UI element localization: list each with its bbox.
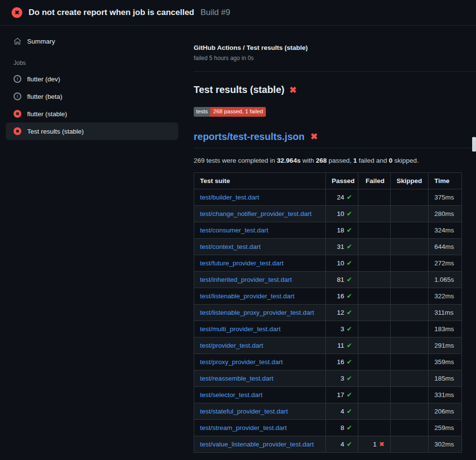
sidebar: Summary Jobs ! flutter (dev) ! flutter (… [0, 26, 184, 140]
suite-link[interactable]: test/selector_test.dart [200, 391, 262, 399]
summary-text: skipped. [393, 157, 419, 164]
sidebar-item-flutter-beta[interactable]: ! flutter (beta) [6, 88, 178, 105]
sidebar-item-test-results-stable[interactable]: ✖ Test results (stable) [6, 123, 178, 140]
failed-cell [358, 205, 391, 222]
summary-text: failed and [357, 157, 389, 164]
count: 81 [337, 276, 344, 283]
scrollbar-thumb[interactable] [472, 137, 476, 152]
suite-link[interactable]: test/proxy_provider_test.dart [200, 358, 283, 366]
time-cell: 183ms [429, 321, 462, 337]
tests-badge: tests 268 passed, 1 failed [194, 107, 266, 117]
passed-cell: 3✔ [326, 370, 358, 386]
count: 1 [373, 441, 377, 448]
suite-link[interactable]: test/provider_test.dart [200, 342, 263, 349]
failed-cell [358, 238, 391, 255]
check-icon: ✔ [347, 325, 352, 333]
badge-label: tests [194, 107, 210, 117]
count: 18 [337, 227, 344, 234]
time-cell: 359ms [429, 353, 462, 370]
passed-cell: 16✔ [326, 288, 358, 304]
report-file-link[interactable]: reports/test-results.json [194, 131, 305, 142]
passed-cell: 81✔ [326, 271, 358, 288]
suite-link[interactable]: test/stateful_provider_test.dart [200, 408, 288, 415]
passed-cell: 18✔ [326, 222, 358, 238]
suite-link[interactable]: test/consumer_test.dart [200, 227, 268, 234]
count: 16 [337, 358, 344, 366]
column-header-test-suite: Test suite [194, 172, 326, 189]
skipped-cell [391, 353, 429, 370]
check-icon: ✔ [347, 424, 352, 431]
suite-link[interactable]: test/stream_provider_test.dart [200, 424, 287, 431]
table-row: test/context_test.dart31✔644ms [194, 238, 462, 255]
breadcrumb: GitHub Actions / Test results (stable) [194, 44, 461, 51]
neutral-status-icon: ! [14, 92, 21, 100]
summary-sentence: 269 tests were completed in 32.964s with… [194, 157, 461, 164]
failed-cell [358, 419, 391, 436]
failed-cell [358, 189, 391, 205]
suite-link[interactable]: test/listenable_provider_test.dart [200, 292, 294, 300]
passed-cell: 12✔ [326, 304, 358, 321]
time-cell: 324ms [429, 222, 462, 238]
sidebar-item-summary[interactable]: Summary [6, 32, 178, 50]
home-icon [14, 37, 21, 45]
skipped-cell [391, 189, 429, 205]
time-cell: 1.065s [429, 271, 462, 288]
table-row: test/consumer_test.dart18✔324ms [194, 222, 462, 238]
table-row: test/selector_test.dart17✔331ms [194, 386, 462, 403]
failed-cell [358, 304, 391, 321]
failed-x-icon: ✖ [310, 132, 318, 141]
count: 4 [340, 408, 344, 415]
count: 3 [340, 375, 344, 382]
suite-link[interactable]: test/value_listenable_provider_test.dart [200, 441, 314, 448]
failed-cell [358, 386, 391, 403]
suite-link[interactable]: test/builder_test.dart [200, 194, 259, 201]
check-icon: ✔ [347, 391, 352, 399]
count: 10 [337, 210, 344, 217]
failed-status-icon: ✖ [14, 127, 21, 135]
skipped-cell [391, 386, 429, 403]
table-row: test/provider_test.dart11✔291ms [194, 337, 462, 353]
suite-link[interactable]: test/listenable_proxy_provider_test.dart [200, 309, 314, 316]
sidebar-item-label: Test results (stable) [27, 128, 84, 135]
build-number: Build #9 [200, 8, 230, 17]
suite-link[interactable]: test/future_provider_test.dart [200, 260, 284, 267]
failed-status-icon: ✖ [14, 110, 21, 118]
suite-link[interactable]: test/context_test.dart [200, 243, 261, 250]
skipped-cell [391, 370, 429, 386]
suite-link[interactable]: test/change_notifier_provider_test.dart [200, 210, 311, 217]
skipped-cell [391, 403, 429, 419]
table-row: test/listenable_proxy_provider_test.dart… [194, 304, 462, 321]
check-icon: ✔ [347, 375, 352, 382]
table-row: test/builder_test.dart24✔375ms [194, 189, 462, 205]
failed-cell [358, 288, 391, 304]
time-cell: 280ms [429, 205, 462, 222]
suite-link[interactable]: test/multi_provider_test.dart [200, 325, 281, 333]
table-row: test/change_notifier_provider_test.dart1… [194, 205, 462, 222]
suite-link[interactable]: test/inherited_provider_test.dart [200, 276, 292, 283]
skipped-cell [391, 288, 429, 304]
failed-cell [358, 403, 391, 419]
suite-link[interactable]: test/reassemble_test.dart [200, 375, 274, 382]
check-icon: ✔ [347, 243, 352, 250]
table-row: test/future_provider_test.dart10✔272ms [194, 255, 462, 271]
summary-text: with [301, 157, 316, 164]
sidebar-item-flutter-stable[interactable]: ✖ flutter (stable) [6, 105, 178, 123]
check-icon: ✔ [347, 309, 352, 316]
check-icon: ✔ [347, 342, 352, 349]
sidebar-item-flutter-dev[interactable]: ! flutter (dev) [6, 70, 178, 88]
table-row: test/inherited_provider_test.dart81✔1.06… [194, 271, 462, 288]
time-cell: 331ms [429, 386, 462, 403]
failed-status-icon: ✖ [12, 7, 22, 18]
passed-cell: 24✔ [326, 189, 358, 205]
failed-cell [358, 321, 391, 337]
check-icon: ✔ [347, 210, 352, 217]
workflow-run-title: Do not create report when job is cancell… [29, 8, 194, 17]
column-header-failed: Failed [358, 172, 391, 189]
time-cell: 206ms [429, 403, 462, 419]
badge-value: 268 passed, 1 failed [210, 107, 266, 117]
time-cell: 322ms [429, 288, 462, 304]
count: 16 [337, 292, 344, 300]
failed-cell [358, 271, 391, 288]
table-row: test/reassemble_test.dart3✔185ms [194, 370, 462, 386]
table-row: test/stream_provider_test.dart8✔259ms [194, 419, 462, 436]
